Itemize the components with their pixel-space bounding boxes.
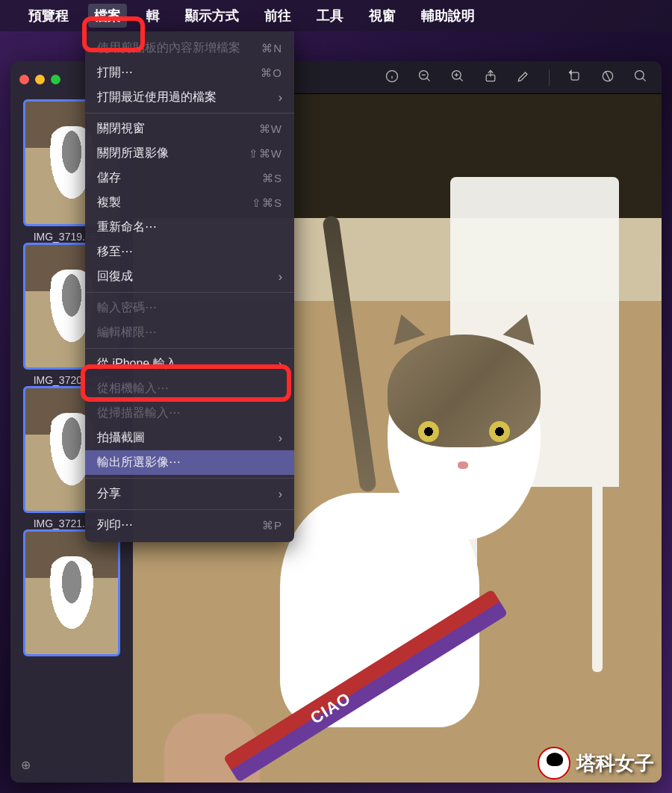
menu-item-label: 從掃描器輸入⋯ bbox=[97, 405, 181, 421]
menu-item[interactable]: 重新命名⋯ bbox=[85, 215, 294, 240]
highlight-icon[interactable] bbox=[600, 69, 615, 87]
menu-window[interactable]: 視窗 bbox=[363, 4, 402, 28]
menu-go[interactable]: 前往 bbox=[258, 4, 297, 28]
system-menubar: 預覽程 檔案 輯 顯示方式 前往 工具 視窗 輔助說明 bbox=[0, 0, 672, 31]
menu-shortcut: ⌘S bbox=[262, 172, 282, 185]
menu-item[interactable]: 複製⇧⌘S bbox=[85, 190, 294, 215]
menu-item-label: 從 iPhone 輸入 bbox=[97, 356, 177, 372]
fullscreen-button[interactable] bbox=[51, 75, 60, 84]
close-button[interactable] bbox=[19, 75, 29, 84]
menu-file[interactable]: 檔案 bbox=[88, 4, 127, 28]
menu-item-label: 分享 bbox=[97, 486, 121, 502]
thumbnail-image[interactable] bbox=[23, 529, 120, 656]
menu-shortcut: ⇧⌘S bbox=[252, 196, 282, 210]
markup-icon[interactable] bbox=[516, 69, 531, 87]
rotate-icon[interactable] bbox=[567, 69, 582, 87]
thumbnail-item[interactable] bbox=[16, 529, 127, 656]
menu-edit[interactable]: 輯 bbox=[140, 4, 166, 28]
menu-item-label: 儲存 bbox=[97, 170, 121, 186]
menu-separator bbox=[85, 113, 294, 113]
menu-item[interactable]: 關閉所選影像⇧⌘W bbox=[85, 141, 294, 166]
chevron-right-icon: › bbox=[279, 358, 282, 371]
menu-help[interactable]: 輔助說明 bbox=[415, 4, 481, 28]
menu-item-label: 編輯權限⋯ bbox=[97, 325, 157, 340]
menu-item-label: 輸入密碼⋯ bbox=[97, 300, 157, 316]
menu-item-label: 列印⋯ bbox=[97, 517, 133, 533]
menu-item[interactable]: 分享› bbox=[85, 482, 294, 506]
menu-item[interactable]: 輸出所選影像⋯ bbox=[85, 450, 294, 475]
menu-item-label: 打開最近使用過的檔案 bbox=[97, 90, 217, 105]
svg-line-4 bbox=[427, 78, 430, 81]
menu-shortcut: ⌘P bbox=[262, 519, 282, 532]
menu-item-label: 拍攝截圖 bbox=[97, 430, 145, 446]
menu-item: 使用剪貼板的內容新增檔案⌘N bbox=[85, 36, 294, 60]
menu-item[interactable]: 拍攝截圖› bbox=[85, 426, 294, 450]
menu-item[interactable]: 回復成› bbox=[85, 264, 294, 289]
add-page-button[interactable]: ⊕ bbox=[16, 753, 127, 777]
menu-shortcut: ⇧⌘W bbox=[249, 147, 282, 161]
info-icon[interactable] bbox=[385, 69, 399, 87]
watermark-icon bbox=[538, 747, 570, 780]
toolbar-divider bbox=[549, 69, 550, 86]
menu-separator bbox=[85, 348, 294, 349]
chevron-right-icon: › bbox=[279, 432, 282, 445]
menu-tools[interactable]: 工具 bbox=[311, 4, 349, 28]
search-icon[interactable] bbox=[633, 69, 648, 87]
menu-separator bbox=[85, 292, 294, 293]
menu-item[interactable]: 關閉視窗⌘W bbox=[85, 116, 294, 141]
chevron-right-icon: › bbox=[279, 270, 282, 284]
menu-item[interactable]: 列印⋯⌘P bbox=[85, 513, 294, 538]
svg-line-7 bbox=[460, 78, 463, 81]
menu-item-label: 從相機輸入⋯ bbox=[97, 381, 169, 396]
menu-item: 編輯權限⋯ bbox=[85, 320, 294, 345]
menu-item[interactable]: 儲存⌘S bbox=[85, 166, 294, 190]
menu-item[interactable]: 移至⋯ bbox=[85, 240, 294, 264]
menu-separator bbox=[85, 509, 294, 510]
menu-item-label: 輸出所選影像⋯ bbox=[97, 455, 181, 470]
menu-view[interactable]: 顯示方式 bbox=[179, 4, 245, 28]
menu-item[interactable]: 打開⋯⌘O bbox=[85, 60, 294, 85]
zoom-out-icon[interactable] bbox=[417, 69, 432, 87]
menu-item-label: 使用剪貼板的內容新增檔案 bbox=[97, 40, 240, 56]
watermark: 塔科女子 bbox=[538, 747, 654, 780]
share-icon[interactable] bbox=[483, 69, 498, 87]
menu-item[interactable]: 打開最近使用過的檔案› bbox=[85, 85, 294, 110]
menu-item-label: 打開⋯ bbox=[97, 65, 133, 81]
menu-item: 從相機輸入⋯ bbox=[85, 376, 294, 401]
menu-item-label: 關閉視窗 bbox=[97, 121, 145, 137]
zoom-in-icon[interactable] bbox=[450, 69, 465, 87]
menu-shortcut: ⌘O bbox=[261, 66, 282, 80]
watermark-text: 塔科女子 bbox=[576, 750, 654, 777]
app-menu[interactable]: 預覽程 bbox=[22, 4, 75, 28]
menu-item: 輸入密碼⋯ bbox=[85, 296, 294, 320]
minimize-button[interactable] bbox=[35, 75, 45, 84]
menu-item: 從掃描器輸入⋯ bbox=[85, 401, 294, 426]
menu-item-label: 關閉所選影像 bbox=[97, 146, 169, 161]
menu-shortcut: ⌘N bbox=[261, 42, 282, 55]
menu-item[interactable]: 從 iPhone 輸入› bbox=[85, 352, 294, 376]
menu-item-label: 回復成 bbox=[97, 269, 133, 284]
menu-item-label: 複製 bbox=[97, 195, 121, 211]
file-menu-dropdown: 使用剪貼板的內容新增檔案⌘N打開⋯⌘O打開最近使用過的檔案›關閉視窗⌘W關閉所選… bbox=[85, 31, 294, 542]
chevron-right-icon: › bbox=[279, 91, 282, 105]
menu-item-label: 重新命名⋯ bbox=[97, 220, 157, 235]
svg-point-13 bbox=[635, 70, 644, 79]
svg-line-14 bbox=[643, 78, 646, 81]
svg-rect-11 bbox=[571, 72, 579, 80]
chevron-right-icon: › bbox=[279, 488, 282, 501]
menu-item-label: 移至⋯ bbox=[97, 244, 133, 260]
menu-separator bbox=[85, 478, 294, 479]
menu-shortcut: ⌘W bbox=[259, 122, 282, 136]
